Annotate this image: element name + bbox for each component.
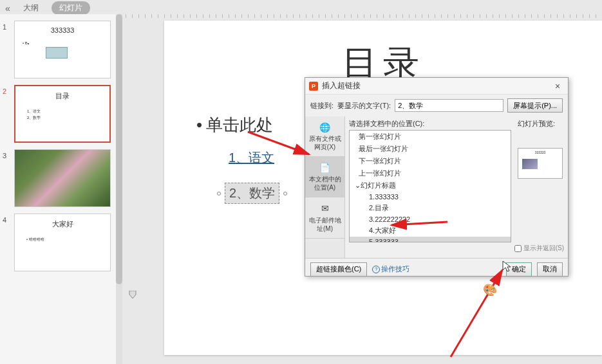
thumbnail-1[interactable]: 333333 • B₂	[14, 21, 111, 78]
tree-slide-titles[interactable]: ⌄幻灯片标题	[350, 179, 511, 192]
preview-thumbnail	[522, 159, 538, 169]
tree-slide-2[interactable]: 2.目录	[350, 202, 511, 214]
thumb-number: 1	[3, 21, 14, 78]
operation-tips-link[interactable]: ?操作技巧	[372, 264, 409, 274]
dialog-titlebar[interactable]: P 插入超链接 ×	[305, 78, 568, 95]
tree-slide-5[interactable]: 5.333333	[350, 237, 511, 242]
tree-first-slide[interactable]: 第一张幻灯片	[350, 131, 511, 143]
svg-marker-0	[129, 291, 136, 298]
ruler-marker[interactable]	[127, 289, 138, 297]
thumb-number: 4	[3, 214, 14, 271]
slide-preview: 333333	[518, 148, 563, 179]
tree-slide-4[interactable]: 4.大家好	[350, 224, 511, 237]
tree-last-slide[interactable]: 最后一张幻灯片	[350, 143, 511, 155]
thumb-content: • 哈哈哈哈	[26, 237, 44, 243]
insert-hyperlink-dialog: P 插入超链接 × 链接到: 要显示的文字(T): 2、数学 屏幕提示(P)..…	[305, 77, 569, 277]
slides-tab[interactable]: 幻灯片	[52, 1, 90, 15]
color-palette-icon[interactable]: 🎨	[483, 283, 497, 297]
globe-icon: 🌐	[306, 122, 343, 133]
nav-email[interactable]: ✉电子邮件地址(M)	[305, 197, 344, 238]
thumb-content: 1、语文 2、数学	[27, 109, 41, 121]
tree-slide-3[interactable]: 3.222222222	[350, 214, 511, 224]
screentip-button[interactable]: 屏幕提示(P)...	[507, 98, 563, 113]
nav-this-document[interactable]: 📄本文档中的位置(A)	[305, 157, 344, 197]
help-icon: ?	[372, 266, 380, 273]
tree-prev-slide[interactable]: 上一张幻灯片	[350, 167, 511, 179]
thumb-image	[15, 150, 110, 206]
collapse-panel[interactable]: «	[5, 3, 10, 14]
thumbnail-3[interactable]	[14, 149, 111, 207]
selected-textbox[interactable]: 2、数学	[217, 183, 287, 204]
link-to-label: 链接到:	[310, 101, 334, 111]
content-link-2[interactable]: 2、数学	[225, 183, 279, 204]
document-icon: 📄	[306, 162, 343, 174]
thumb-title: 333333	[15, 26, 110, 34]
slide-location-tree[interactable]: 第一张幻灯片 最后一张幻灯片 下一张幻灯片 上一张幻灯片 ⌄幻灯片标题 1.33…	[349, 130, 511, 242]
horizontal-ruler	[126, 14, 602, 18]
thumb-title: 大家好	[15, 219, 110, 229]
ok-button[interactable]: 确定	[506, 262, 532, 277]
thumb-bullet: • B₂	[23, 41, 29, 45]
thumb-number: 3	[3, 149, 14, 207]
email-icon: ✉	[306, 203, 343, 214]
tree-next-slide[interactable]: 下一张幻灯片	[350, 155, 511, 167]
selection-handle[interactable]	[217, 192, 221, 196]
preview-label: 幻灯片预览:	[518, 119, 565, 129]
link-type-nav: 🌐原有文件或网页(X) 📄本文档中的位置(A) ✉电子邮件地址(M)	[305, 116, 345, 258]
hyperlink-color-button[interactable]: 超链接颜色(C)	[310, 262, 367, 277]
thumb-number: 2	[3, 85, 14, 143]
outline-tab[interactable]: 大纲	[18, 1, 44, 15]
thumbnail-4[interactable]: 大家好 • 哈哈哈哈	[14, 214, 111, 271]
text-placeholder[interactable]: •单击此处	[196, 114, 273, 136]
checkbox-input[interactable]	[514, 245, 522, 252]
sidebar-scrollbar[interactable]	[116, 14, 122, 364]
select-location-label: 请选择文档中的位置(C):	[349, 119, 511, 129]
selection-handle[interactable]	[283, 192, 287, 196]
app-icon: P	[309, 82, 318, 91]
close-icon[interactable]: ×	[551, 81, 564, 91]
thumb-shape	[46, 47, 68, 59]
thumbnail-2[interactable]: 目录 1、语文 2、数学	[14, 85, 111, 143]
show-and-return-checkbox[interactable]: 显示并返回(S)	[514, 244, 564, 253]
cancel-button[interactable]: 取消	[537, 262, 563, 277]
scrollbar-thumb[interactable]	[116, 14, 122, 284]
thumb-title: 目录	[15, 91, 109, 101]
display-text-label: 要显示的文字(T):	[337, 101, 391, 111]
preview-slide-title: 333333	[518, 150, 562, 154]
tree-slide-1[interactable]: 1.333333	[350, 192, 511, 202]
nav-existing-file[interactable]: 🌐原有文件或网页(X)	[305, 116, 344, 157]
content-link-1[interactable]: 1、语文	[229, 149, 274, 167]
slide-thumbnails-panel: 1 333333 • B₂ 2 目录 1、语文 2、数学 3 4 大家好 • 哈…	[0, 14, 116, 364]
display-text-input[interactable]: 2、数学	[395, 99, 503, 112]
dialog-title: 插入超链接	[322, 80, 551, 91]
